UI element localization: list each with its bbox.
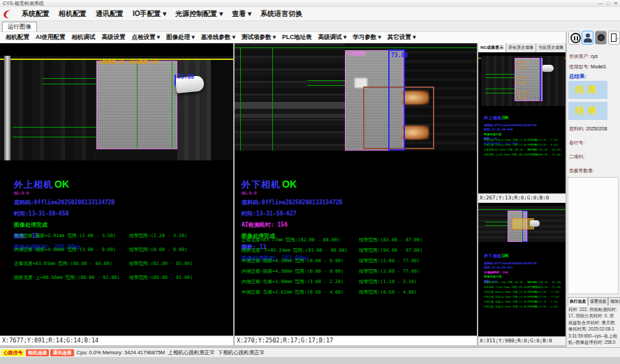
maximize-icon[interactable]: □ [607, 0, 610, 7]
thumb-info-block: 外下相机OK 底料码:0ffline2025020813313472B 时间:1… [484, 248, 537, 283]
menu-bar: 系统配置相机配置通讯配置IO手配置 ▾光源控制配置 ▾查看 ▾系统语言切换 [0, 7, 620, 21]
measurement-row: 外侧正极-隔膜=2.91mm 范围:(2.00 - 3.50) 报警范围:(2.… [14, 233, 230, 247]
history-column: NG成像显示所有历史成像当前历史成像 外上相机OK [478, 43, 566, 345]
toolbar-item[interactable]: 高级调试 ▾ [318, 33, 347, 42]
toolbar: 相机配置AI使用配置相机调试高级设置点检设置 ▾图像处理 ▾基准线参数 ▾测试项… [0, 31, 566, 43]
toolbar-item[interactable]: 学习参数 ▾ [353, 33, 381, 42]
toolbar-item[interactable]: 相机配置 [6, 33, 29, 42]
upper-camera-image-view[interactable]: 上限阈值:93, 检出阈值:100 73.88 [0, 56, 233, 160]
history-thumbnail-lower[interactable]: 外下相机OK 底料码:0ffline2025020813313472B 时间:1… [478, 203, 566, 345]
measurement-name: 内侧正极-隔膜=4.60mm 范围:(3.00 - 6.00) [14, 247, 116, 253]
tab-run-image[interactable]: 运行图像 [2, 22, 37, 32]
result-ok-text: OK [54, 179, 69, 190]
measurement-name: 隔膜宽度-下=95.24mm 范围:(93.00 - 98.00) [242, 248, 348, 254]
time-text: 时间:13-31-59-650 [14, 210, 115, 218]
toolbar-item[interactable]: 其它设置 ▾ [388, 33, 416, 42]
measurement-row: 正极宽度=83.77mm 范围:(82.00 - 88.00) 报警范围:(83… [484, 281, 564, 286]
status-badge: 通讯连接 [50, 349, 73, 356]
pause-icon [570, 33, 581, 43]
result-ok-text: OK [282, 179, 297, 190]
menu-item[interactable]: 系统语言切换 [260, 9, 302, 19]
toolbar-item[interactable]: 点检设置 ▾ [132, 33, 161, 42]
measurement-alarm-range: 报警范围:(2.20 - 3.20) [527, 139, 559, 142]
time-text: 时间:13-31-59-627 [484, 266, 537, 269]
measurement-row: 外侧正极-隔膜=4.38mm 范围:(0.00 - 9.00) 报警范围:(2.… [484, 291, 564, 296]
measure-line-vertical [272, 47, 273, 151]
model-row: 使用型号: Model1 [569, 63, 606, 70]
background-texture [10, 60, 96, 160]
measurement-alarm-range: 报警范围:(2.00 - 77.00) [359, 258, 420, 264]
login-user-row: 登录用户: cys [569, 53, 598, 60]
right-sidebar: → 登录用户: cys 使用型号: Model1 总结果: 结果 结果 底料码:… [567, 28, 620, 357]
history-thumbnail-upper[interactable]: 外上相机OK 底料码:0ffline2025020813313472B 时间:1… [478, 52, 566, 202]
measurement-alarm-range: 报警范围:(0.00 - 8.00) [129, 247, 187, 253]
measurement-name: 内侧正极-负极=1.90mm 范围:(1.00 - 2.20) [242, 279, 344, 285]
main-area: 上限阈值:93, 检出阈值:100 73.88 外上相机OK NG:0:0 底料… [0, 43, 566, 345]
measure-value-text: 73.88 [177, 74, 194, 80]
menu-item[interactable]: 相机配置 [59, 9, 87, 19]
camera-name: 外上相机 [484, 116, 502, 120]
measurement-row: 外侧正极-隔膜=4.38mm 范围:(0.00 - 9.00) 报警范围:(2.… [242, 258, 458, 268]
history-tab[interactable]: 所有历史成像 [506, 43, 536, 52]
measurement-row: 隔膜宽度-上=90.56mm 范围:(88.00 - 92.00) 报警范围:(… [14, 275, 230, 289]
close-icon[interactable]: ✕ [614, 0, 618, 7]
material-code-text: 底料码:0ffline2025020813313472B [14, 199, 115, 206]
login-user-value: cys [591, 54, 598, 59]
lower-camera-heartbeat-text: 下相机心跳检测正常 [218, 349, 265, 356]
measurement-row: 内侧正极-隔膜=4.60mm 范围:(3.00 - 6.00) 报警范围:(0.… [14, 247, 230, 261]
toolbar-item[interactable]: PLC地址表 [282, 33, 312, 42]
log-tab[interactable]: 执行信息 [568, 297, 588, 305]
toolbar-item[interactable]: AI使用配置 [36, 33, 66, 42]
toolbar-item[interactable]: 相机调试 [72, 33, 96, 42]
lower-camera-image-view[interactable]: AI检测框 73.80 [235, 43, 477, 151]
measure-value-text: 73.80 [391, 52, 408, 59]
measurement-alarm-range: 报警范围:(2.20 - 3.20) [129, 233, 187, 239]
toolbar-item[interactable]: 高级设置 [102, 33, 126, 42]
camera-panel-lower: AI检测框 73.80 外下相机OK NG:0:0 底料码:0ffline202… [235, 43, 477, 345]
user-button[interactable] [582, 31, 593, 45]
measure-line-vertical [137, 61, 138, 149]
measurement-alarm-range: 报警范围:(89.00 - 91.00) [527, 153, 561, 156]
title-bar: CYS-视觉检测系统 — □ ✕ [0, 0, 620, 7]
lower-measurements: 正极宽度=83.77mm 范围:(82.00 - 88.00) 报警范围:(83… [242, 237, 458, 300]
machine-bar [235, 102, 345, 109]
model-label: 使用型号: [569, 64, 589, 69]
model-value: Model1 [591, 64, 606, 69]
menu-item[interactable]: 查看 ▾ [232, 9, 251, 19]
process-status-text: 图像处理完成 [484, 132, 537, 136]
warm-reflection [402, 126, 429, 139]
measurement-name: 内侧正极-隔膜=4.38mm 范围:(0.00 - 9.00) [242, 268, 344, 275]
history-tab[interactable]: 当前历史成像 [536, 43, 566, 52]
measurement-alarm-range: 报警范围:(0.60 - 4.00) [527, 305, 559, 308]
thumb-cursor-readout: X:267;Y:13;R:0;G:0;B:0 [478, 193, 566, 202]
menu-item[interactable]: 系统配置 [22, 9, 50, 19]
menu-item[interactable]: 光源控制配置 ▾ [175, 9, 223, 19]
pause-button[interactable] [568, 31, 580, 45]
process-status-text: 图像处理完成 [14, 221, 115, 229]
cpu-memory-text: Cpu: 0.0% Memory: 3424.41796875M [77, 349, 165, 356]
menu-item[interactable]: IO手配置 ▾ [133, 9, 166, 19]
measurement-alarm-range: 报警范围:(81.00 - 85.00) [129, 261, 193, 267]
upper-measurements: 外侧正极-隔膜=2.91mm 范围:(2.00 - 3.50) 报警范围:(2.… [14, 233, 230, 289]
window-bottom-edge [0, 357, 620, 364]
time-text: 时间:13-31-59-627 [242, 210, 342, 218]
toolbar-item[interactable]: 基准线参数 ▾ [201, 33, 235, 42]
menu-item[interactable]: 通讯配置 [96, 9, 124, 19]
log-tab[interactable]: 模块信息 [608, 297, 620, 305]
user-icon [586, 33, 590, 38]
material-code-text: 底料码:0ffline2025020813313472B [484, 123, 537, 127]
qr-code-row: 二维码: [569, 153, 584, 160]
status-badge: 心跳信号 [1, 349, 24, 356]
measurement-name: 外侧正极-负极=2.61mm 范围:(0.60 - 4.00) [242, 289, 344, 296]
toolbar-item[interactable]: 图像处理 ▾ [166, 33, 195, 42]
tab-count-row: 负极耳数量: [569, 167, 594, 174]
measurement-row: 隔膜宽度-上=90.56mm 范围:(88.00 - 92.00) 报警范围:(… [484, 153, 564, 158]
ai-box-label: AI检测框 [346, 51, 365, 57]
toolbar-item[interactable]: 测试项参数 ▾ [242, 33, 276, 42]
thumb-measurements: 正极宽度=83.77mm 范围:(82.00 - 88.00) 报警范围:(83… [484, 281, 564, 310]
exit-button[interactable]: → [608, 31, 620, 45]
history-tab[interactable]: NG成像显示 [478, 43, 506, 52]
minimize-icon[interactable]: — [598, 0, 603, 7]
log-tab[interactable]: 设置信息 [588, 297, 608, 305]
device-button[interactable] [595, 31, 607, 45]
